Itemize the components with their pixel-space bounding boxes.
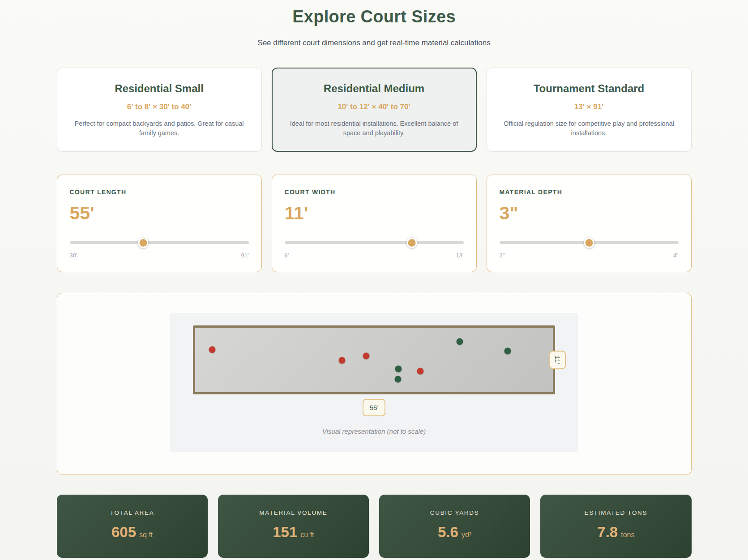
slider-track[interactable]: [285, 241, 464, 244]
green-bocce-ball: [457, 338, 463, 345]
stat-label: MATERIAL VOLUME: [226, 509, 361, 516]
material-depth-slider[interactable]: [500, 237, 679, 248]
stat-unit: yd³: [462, 531, 471, 539]
stat-label: CUBIC YARDS: [387, 509, 522, 516]
slider-range-labels: 6' 13': [285, 252, 464, 259]
stat-card-row: TOTAL AREA 605sq ft MATERIAL VOLUME 151c…: [57, 495, 692, 558]
preset-description: Perfect for compact backyards and patios…: [71, 119, 248, 138]
red-bocce-ball: [417, 368, 423, 374]
slider-track[interactable]: [70, 241, 249, 244]
court-size-explorer: Explore Court Sizes See different court …: [57, 0, 692, 558]
red-bocce-ball: [339, 357, 346, 364]
slider-handle[interactable]: [584, 238, 594, 248]
preset-description: Official regulation size for competitive…: [500, 119, 678, 138]
preset-title: Tournament Standard: [500, 82, 678, 95]
court-width-badge-label: 11': [554, 356, 561, 364]
green-bocce-ball: [395, 365, 402, 372]
slider-min-label: 30': [70, 252, 77, 259]
page-title: Explore Court Sizes: [57, 7, 692, 26]
preset-dimensions: 10' to 12' × 40' to 70': [286, 103, 463, 111]
court-length-slider-card: COURT LENGTH 55' 30' 91': [57, 175, 262, 272]
material-volume-value: 151: [273, 524, 297, 540]
slider-label: COURT WIDTH: [285, 188, 464, 196]
court-length-value: 55': [70, 203, 249, 224]
page-subtitle: See different court dimensions and get r…: [57, 38, 692, 47]
preset-card-tournament-standard[interactable]: Tournament Standard 13' × 91' Official r…: [487, 68, 692, 152]
total-area-stat-card: TOTAL AREA 605sq ft: [57, 495, 208, 558]
slider-card-row: COURT LENGTH 55' 30' 91' COURT WIDTH 11'…: [57, 175, 692, 272]
stat-unit: tons: [621, 531, 634, 539]
red-bocce-ball: [209, 346, 215, 353]
visualization-caption: Visual representation (not to scale): [193, 427, 555, 435]
stat-value-row: 5.6yd³: [387, 524, 522, 541]
court-length-slider[interactable]: [70, 237, 249, 248]
preset-card-residential-medium[interactable]: Residential Medium 10' to 12' × 40' to 7…: [272, 68, 477, 152]
preset-title: Residential Medium: [286, 82, 463, 95]
court-width-slider[interactable]: [285, 237, 464, 248]
cubic-yards-value: 5.6: [438, 524, 458, 540]
estimated-tons-stat-card: ESTIMATED TONS 7.8tons: [540, 495, 691, 558]
preset-card-residential-small[interactable]: Residential Small 6' to 8' × 30' to 40' …: [57, 68, 262, 152]
stat-value-row: 151cu ft: [226, 524, 361, 541]
total-area-value: 605: [111, 524, 136, 540]
cubic-yards-stat-card: CUBIC YARDS 5.6yd³: [379, 495, 530, 558]
slider-min-label: 2": [500, 252, 505, 259]
slider-range-labels: 2" 4": [500, 252, 679, 259]
court-visualization-panel: 11' 55' Visual representation (not to sc…: [170, 313, 578, 452]
slider-handle[interactable]: [138, 238, 148, 248]
stat-value-row: 605sq ft: [65, 524, 200, 541]
court-visualization-card: 11' 55' Visual representation (not to sc…: [57, 293, 692, 475]
estimated-tons-value: 7.8: [597, 524, 618, 540]
green-bocce-ball: [504, 348, 511, 355]
court-width-value: 11': [285, 203, 464, 224]
material-depth-value: 3": [500, 203, 679, 224]
preset-card-row: Residential Small 6' to 8' × 30' to 40' …: [57, 68, 692, 152]
slider-range-labels: 30' 91': [70, 252, 249, 259]
court-width-badge: 11': [549, 351, 566, 369]
stat-label: TOTAL AREA: [65, 509, 200, 516]
court-surface: [193, 325, 555, 394]
slider-label: COURT LENGTH: [70, 188, 249, 196]
material-depth-slider-card: MATERIAL DEPTH 3" 2" 4": [487, 175, 692, 272]
preset-title: Residential Small: [71, 82, 248, 95]
stat-unit: cu ft: [300, 531, 314, 539]
preset-dimensions: 6' to 8' × 30' to 40': [71, 103, 248, 111]
court-diagram: 11': [193, 325, 555, 394]
stat-value-row: 7.8tons: [548, 524, 683, 541]
preset-dimensions: 13' × 91': [500, 103, 678, 111]
green-bocce-ball: [395, 376, 402, 383]
slider-label: MATERIAL DEPTH: [500, 188, 679, 196]
court-width-slider-card: COURT WIDTH 11' 6' 13': [272, 175, 477, 272]
material-volume-stat-card: MATERIAL VOLUME 151cu ft: [218, 495, 369, 558]
red-bocce-ball: [363, 353, 369, 359]
stat-label: ESTIMATED TONS: [548, 509, 683, 516]
stat-unit: sq ft: [139, 531, 153, 539]
court-length-badge: 55': [363, 399, 386, 416]
slider-max-label: 13': [456, 252, 464, 259]
slider-max-label: 91': [241, 252, 249, 259]
slider-handle[interactable]: [406, 238, 417, 248]
slider-max-label: 4": [673, 252, 679, 259]
preset-description: Ideal for most residential installations…: [286, 119, 463, 138]
slider-min-label: 6': [285, 252, 289, 259]
